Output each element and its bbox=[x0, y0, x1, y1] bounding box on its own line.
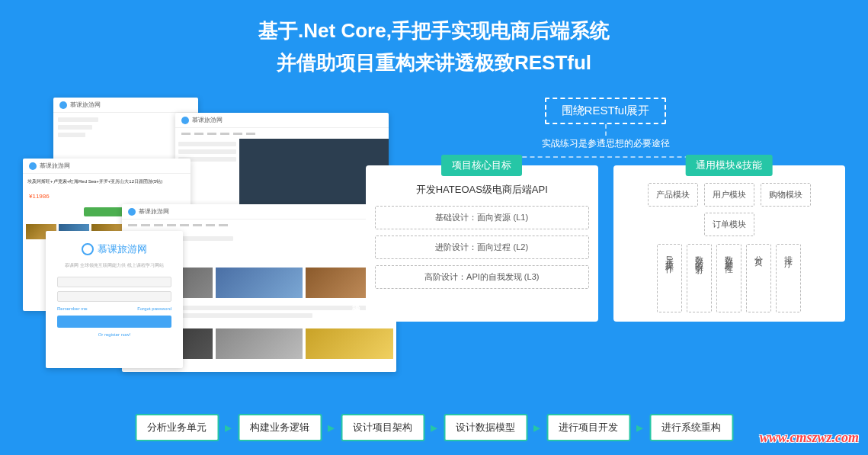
level-2: 进阶设计：面向过程 (L2) bbox=[375, 236, 589, 259]
skill-paging: 分页 bbox=[746, 244, 771, 312]
skill-mapping: 数据映射 bbox=[687, 244, 712, 312]
module-order: 订单模块 bbox=[704, 213, 754, 236]
chevron-right-icon: ▸ bbox=[328, 419, 335, 436]
screenshot-collage: 慕课旅游网 慕课旅游网 慕课旅游网 埃及阿斯旺+卢克索+红海Red Sea+开罗… bbox=[23, 98, 351, 380]
screenshot-login: 慕课旅游网 慕课网 全球领先互联网能力供 线上课程学习网站 Remember m… bbox=[46, 231, 183, 368]
core-title: 开发HATEOAS级电商后端API bbox=[375, 183, 589, 197]
username-field bbox=[57, 277, 171, 287]
modules-badge: 通用模块&技能 bbox=[685, 155, 773, 176]
login-brand: 慕课旅游网 bbox=[98, 242, 147, 256]
watermark: www.cmszwz.com bbox=[760, 430, 859, 446]
restful-badge: 围绕RESTful展开 bbox=[545, 98, 667, 124]
module-cart: 购物模块 bbox=[761, 183, 811, 207]
chevron-right-icon: ▸ bbox=[533, 419, 540, 436]
flow-3: 设计项目架构 bbox=[341, 414, 424, 441]
module-product: 产品模块 bbox=[648, 183, 698, 207]
chevron-right-icon: ▸ bbox=[225, 419, 232, 436]
hero-line1: 基于.Net Core,手把手实现电商后端系统 bbox=[23, 15, 845, 47]
core-badge: 项目核心目标 bbox=[441, 155, 522, 176]
diagram-section: 围绕RESTful展开 实战练习是参透思想的必要途径 项目核心目标 开发HATE… bbox=[366, 98, 845, 380]
flow-1: 分析业务单元 bbox=[135, 414, 219, 441]
password-field bbox=[57, 291, 171, 302]
side-label-1: 逐步实现 bbox=[351, 234, 362, 243]
level-3: 高阶设计：API的自我发现 (L3) bbox=[375, 265, 589, 289]
price-text: ¥11986 bbox=[23, 190, 191, 203]
flow-6: 进行系统重构 bbox=[649, 414, 733, 441]
skill-async: 异步操作 bbox=[657, 244, 682, 312]
flow-4: 设计数据模型 bbox=[444, 414, 527, 441]
card-modules: 通用模块&技能 产品模块 用户模块 购物模块 订单模块 异步操作 数据映射 数据… bbox=[613, 165, 846, 322]
logo-icon bbox=[82, 243, 94, 255]
skill-shaping: 数据塑性 bbox=[716, 244, 741, 312]
hero-line2: 并借助项目重构来讲透极致RESTful bbox=[23, 47, 845, 79]
restful-subtitle: 实战练习是参透思想的必要途径 bbox=[542, 137, 670, 150]
side-label-2: 逐级掌握 bbox=[351, 295, 362, 304]
login-button bbox=[57, 316, 171, 328]
level-1: 基础设计：面向资源 (L1) bbox=[375, 206, 589, 229]
screenshot-2: 慕课旅游网 bbox=[175, 113, 389, 219]
flow-2: 构建业务逻辑 bbox=[238, 414, 322, 441]
card-core-goals: 项目核心目标 开发HATEOAS级电商后端API 逐步实现 逐级掌握 基础设计：… bbox=[366, 165, 598, 322]
module-user: 用户模块 bbox=[704, 183, 754, 207]
flow-steps: 分析业务单元 ▸ 构建业务逻辑 ▸ 设计项目架构 ▸ 设计数据模型 ▸ 进行项目… bbox=[135, 414, 733, 441]
skill-sort: 排序 bbox=[776, 244, 801, 312]
flow-5: 进行项目开发 bbox=[546, 414, 630, 441]
chevron-right-icon: ▸ bbox=[431, 419, 437, 436]
hero-title: 基于.Net Core,手把手实现电商后端系统 并借助项目重构来讲透极致REST… bbox=[23, 15, 845, 79]
chevron-right-icon: ▸ bbox=[636, 419, 643, 436]
